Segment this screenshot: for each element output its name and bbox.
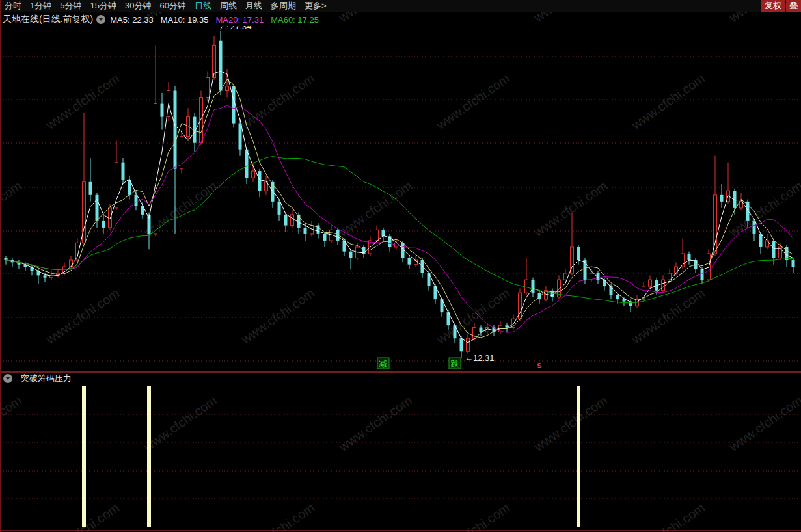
symbol-title: 天地在线(日线.前复权) [3, 14, 93, 25]
ma-readout-3: MA60: 17.25 [271, 15, 319, 25]
ma-line-ma5 [6, 72, 793, 343]
indicator-header: 突破筹码压力 [1, 371, 801, 384]
event-marker: 减 [379, 359, 388, 369]
menu-item-4[interactable]: 30分钟 [125, 0, 151, 12]
signal-bar [577, 386, 580, 527]
menu-right-buttons: 复权 叠 [760, 0, 801, 12]
signal-bar [82, 386, 86, 527]
menu-item-3[interactable]: 15分钟 [90, 0, 116, 12]
menu-item-2[interactable]: 5分钟 [60, 0, 81, 12]
signal-bar [147, 386, 151, 527]
indicator-panel-chart[interactable] [1, 384, 801, 530]
stock-chart-window: www.cfchi.comwww.cfchi.comwww.cfchi.comw… [0, 0, 801, 532]
menu-item-9[interactable]: 多周期 [271, 0, 296, 12]
menu-item-7[interactable]: 周线 [220, 0, 237, 12]
indicator-title: 突破筹码压力 [21, 373, 72, 384]
menu-item-5[interactable]: 60分钟 [159, 0, 185, 12]
period-menu-items: 分时1分钟5分钟15分钟30分钟60分钟日线周线月线多周期更多> [1, 0, 760, 12]
menu-item-1[interactable]: 1分钟 [30, 0, 51, 12]
ma-readout-1: MA10: 19.35 [161, 15, 209, 25]
ma-readout-0: MA5: 22.33 [110, 15, 154, 25]
ma-line-ma20 [6, 105, 793, 332]
ma-readouts: MA5: 22.33MA10: 19.35MA20: 17.31MA60: 17… [110, 14, 326, 25]
high-annotation-arrow [221, 26, 228, 30]
ma-readout-2: MA20: 17.31 [215, 15, 264, 25]
ma-line-ma10 [6, 79, 793, 338]
high-annotation: 27.34 [230, 26, 252, 31]
event-marker: 跌 [451, 359, 459, 369]
overlay-button-clipped[interactable]: 叠 [786, 0, 801, 12]
indicator-chevron-down-icon[interactable] [3, 374, 12, 383]
sell-signal-marker: S [537, 362, 541, 369]
chart-header: 天地在线(日线.前复权) MA5: 22.33MA10: 19.35MA20: … [1, 12, 801, 26]
adjust-rights-button[interactable]: 复权 [761, 0, 785, 12]
menu-item-8[interactable]: 月线 [245, 0, 262, 12]
menu-item-6[interactable]: 日线 [195, 0, 211, 12]
menu-item-10[interactable]: 更多> [305, 0, 327, 12]
menu-item-0[interactable]: 分时 [5, 0, 21, 12]
chevron-down-icon[interactable] [96, 15, 105, 24]
candles-group [5, 31, 795, 358]
main-candlestick-chart[interactable]: 27.34←12.31减跌S [1, 26, 801, 371]
low-annotation: ←12.31 [465, 353, 495, 363]
period-menubar: 分时1分钟5分钟15分钟30分钟60分钟日线周线月线多周期更多> 复权 叠 [1, 0, 801, 12]
